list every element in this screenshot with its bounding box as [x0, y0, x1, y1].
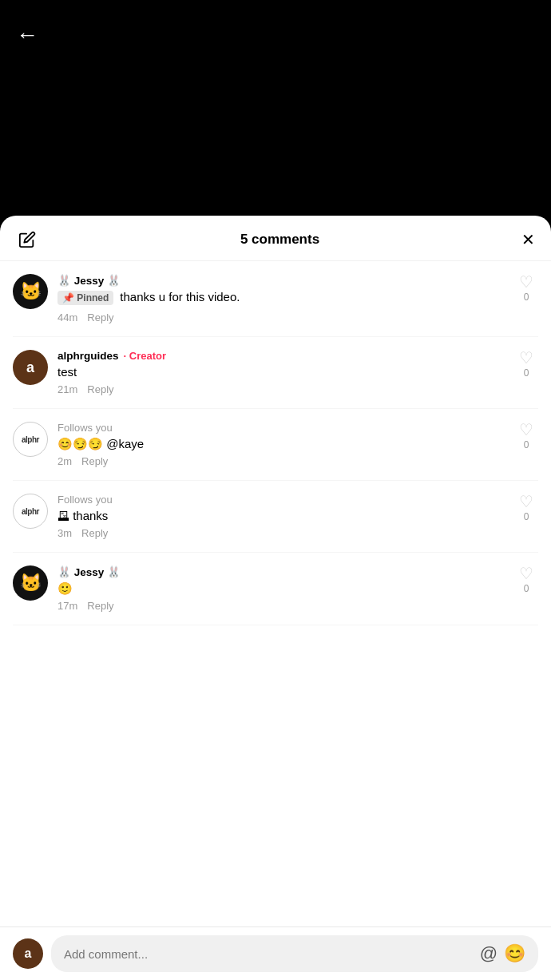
heart-icon: ♡: [519, 422, 533, 438]
comment-time: 44m: [57, 311, 77, 323]
comment-like[interactable]: ♡ 0: [514, 422, 538, 450]
close-button[interactable]: ✕: [521, 230, 535, 249]
back-button[interactable]: ←: [16, 24, 38, 46]
edit-icon[interactable]: [16, 228, 38, 251]
comments-list: 🐱 🐰 Jessy 🐰 📌 Pinned thanks u for this v…: [0, 261, 551, 926]
sheet-header: 5 comments ✕: [0, 216, 551, 261]
comment-text: 🗳 thanks: [57, 507, 505, 524]
follows-you-label: Follows you: [57, 422, 505, 434]
reply-button[interactable]: Reply: [87, 383, 113, 395]
comment-time: 2m: [57, 455, 72, 467]
comment-like[interactable]: ♡ 0: [514, 565, 538, 594]
heart-icon: ♡: [519, 565, 533, 581]
comments-sheet: 5 comments ✕ 🐱 🐰 Jessy 🐰 📌 Pinned thanks…: [0, 216, 551, 980]
top-bar: ←: [0, 0, 551, 216]
comment-item: 🐱 🐰 Jessy 🐰 📌 Pinned thanks u for this v…: [13, 261, 538, 337]
comment-text: test: [57, 363, 505, 380]
pinned-badge: 📌 Pinned: [57, 291, 113, 305]
comments-title: 5 comments: [240, 232, 319, 248]
avatar: alphr: [13, 422, 48, 457]
comment-text: thanks u for this video.: [120, 288, 240, 305]
avatar: 🐱: [13, 274, 48, 309]
heart-icon: ♡: [519, 350, 533, 366]
comment-like[interactable]: ♡ 0: [514, 350, 538, 379]
comment-content: 🐰 Jessy 🐰 📌 Pinned thanks u for this vid…: [57, 274, 505, 323]
comment-content: alphrguides · Creator test 21m Reply: [57, 350, 505, 395]
comment-time: 3m: [57, 527, 72, 539]
like-count: 0: [524, 511, 529, 522]
input-avatar: a: [13, 938, 43, 969]
comment-meta: 21m Reply: [57, 383, 505, 395]
at-icon[interactable]: @: [480, 943, 497, 964]
comment-text: 😊😏😏 @kaye: [57, 435, 505, 452]
comment-meta: 2m Reply: [57, 455, 505, 467]
comment-like[interactable]: ♡ 0: [514, 494, 538, 522]
reply-button[interactable]: Reply: [87, 311, 113, 323]
heart-icon: ♡: [519, 494, 533, 510]
reply-button[interactable]: Reply: [87, 600, 113, 612]
creator-badge: · Creator: [124, 350, 166, 362]
comment-meta: 17m Reply: [57, 600, 505, 612]
avatar: a: [13, 350, 48, 385]
follows-you-label: Follows you: [57, 494, 505, 506]
like-count: 0: [524, 292, 529, 303]
comment-item: alphr Follows you 😊😏😏 @kaye 2m Reply ♡ 0: [13, 409, 538, 481]
comment-item: a alphrguides · Creator test 21m Reply ♡…: [13, 337, 538, 409]
comment-username: 🐰 Jessy 🐰: [57, 565, 505, 578]
avatar: 🐱: [13, 565, 48, 601]
pinned-row: 📌 Pinned thanks u for this video.: [57, 288, 505, 308]
comment-meta: 3m Reply: [57, 527, 505, 539]
comment-item: alphr Follows you 🗳 thanks 3m Reply ♡ 0: [13, 481, 538, 553]
comment-input[interactable]: [64, 947, 474, 961]
comment-like[interactable]: ♡ 0: [514, 274, 538, 303]
comment-input-wrapper: @ 😊: [51, 935, 538, 972]
comment-content: Follows you 😊😏😏 @kaye 2m Reply: [57, 422, 505, 467]
comment-username: alphrguides · Creator: [57, 350, 505, 362]
comment-meta: 44m Reply: [57, 311, 505, 323]
avatar: alphr: [13, 494, 48, 529]
emoji-icon[interactable]: 😊: [504, 943, 525, 964]
comment-username: 🐰 Jessy 🐰: [57, 274, 505, 287]
comment-content: 🐰 Jessy 🐰 🙂 17m Reply: [57, 565, 505, 612]
comment-time: 21m: [57, 383, 77, 395]
like-count: 0: [524, 367, 529, 379]
heart-icon: ♡: [519, 274, 533, 290]
comment-input-bar: a @ 😊: [0, 926, 551, 980]
comment-time: 17m: [57, 600, 77, 612]
comment-text: 🙂: [57, 580, 505, 597]
reply-button[interactable]: Reply: [81, 527, 108, 539]
comment-item: 🐱 🐰 Jessy 🐰 🙂 17m Reply ♡ 0: [13, 553, 538, 625]
comment-content: Follows you 🗳 thanks 3m Reply: [57, 494, 505, 539]
reply-button[interactable]: Reply: [81, 455, 108, 467]
like-count: 0: [524, 439, 529, 450]
like-count: 0: [524, 583, 529, 594]
